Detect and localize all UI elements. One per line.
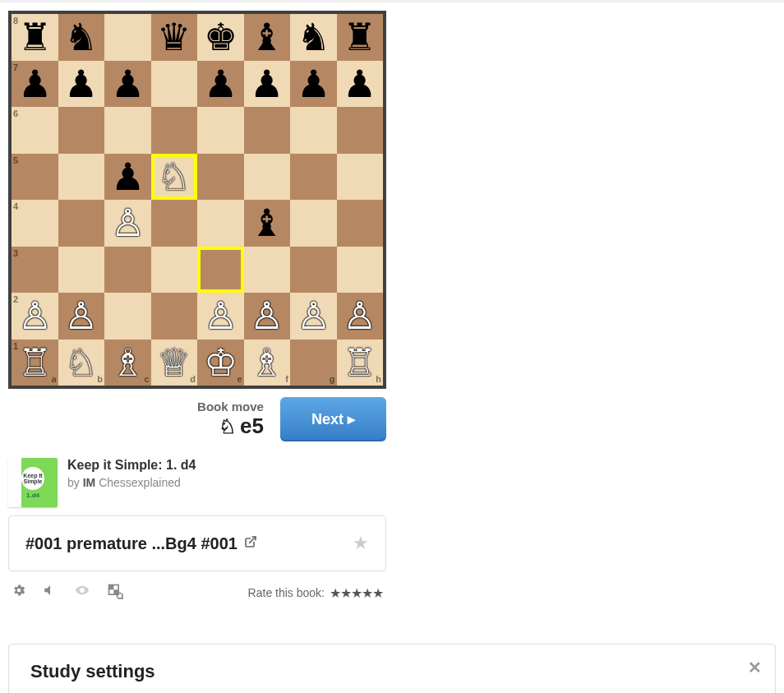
piece-wr: ♖ — [343, 344, 376, 381]
square-a3[interactable]: 3 — [12, 247, 58, 293]
square-e2[interactable]: ♙ — [197, 293, 244, 340]
piece-wb: ♗ — [250, 344, 284, 381]
square-h1[interactable]: h♖ — [337, 340, 384, 386]
square-b5[interactable] — [58, 154, 105, 201]
square-a1[interactable]: 1a♖ — [12, 340, 58, 386]
square-c2[interactable] — [104, 293, 151, 340]
square-c7[interactable]: ♟ — [104, 61, 151, 108]
square-d5[interactable]: ♘ — [151, 154, 198, 201]
svg-rect-2 — [109, 585, 114, 590]
piece-bb: ♝ — [250, 204, 284, 242]
square-d6[interactable] — [151, 107, 198, 154]
square-b4[interactable] — [58, 200, 105, 247]
piece-bk: ♚ — [204, 18, 238, 56]
external-link-icon[interactable] — [244, 535, 257, 552]
square-e5[interactable] — [197, 154, 244, 201]
square-g1[interactable]: g — [290, 340, 337, 386]
square-h6[interactable] — [337, 107, 384, 154]
square-d8[interactable]: ♛ — [151, 14, 198, 61]
square-e4[interactable] — [197, 200, 244, 247]
square-d4[interactable] — [151, 200, 198, 247]
square-g4[interactable] — [290, 200, 337, 247]
square-c4[interactable]: ♙ — [104, 200, 151, 247]
square-a7[interactable]: 7♟ — [12, 61, 58, 108]
square-c1[interactable]: c♗ — [104, 340, 151, 386]
square-f8[interactable]: ♝ — [244, 14, 291, 61]
square-c8[interactable] — [104, 14, 151, 61]
piece-wp: ♙ — [111, 204, 145, 242]
square-a8[interactable]: 8♜ — [12, 14, 58, 61]
square-b6[interactable] — [58, 107, 105, 154]
svg-point-4 — [118, 594, 123, 599]
piece-wn: ♘ — [64, 344, 98, 381]
close-icon[interactable]: ✕ — [748, 658, 762, 677]
book-cover[interactable]: Keep It Simple 1.d4 — [8, 458, 58, 507]
square-g5[interactable] — [290, 154, 337, 201]
square-g8[interactable]: ♞ — [290, 14, 337, 61]
piece-br: ♜ — [18, 18, 52, 56]
square-d1[interactable]: d♕ — [151, 340, 198, 386]
square-d2[interactable] — [151, 293, 198, 340]
piece-wn: ♘ — [157, 158, 191, 196]
square-h8[interactable]: ♜ — [337, 14, 384, 61]
square-f6[interactable] — [244, 107, 291, 154]
square-b8[interactable]: ♞ — [58, 14, 105, 61]
square-e3[interactable] — [197, 247, 244, 293]
square-e1[interactable]: e♔ — [197, 340, 244, 386]
square-f5[interactable] — [244, 154, 291, 201]
piece-bp: ♟ — [297, 65, 330, 103]
chevron-right-icon: ▸ — [348, 411, 355, 427]
svg-line-5 — [122, 598, 123, 599]
sound-icon[interactable] — [43, 583, 58, 603]
square-g2[interactable]: ♙ — [290, 293, 337, 340]
square-a2[interactable]: 2♙ — [12, 293, 58, 340]
square-h5[interactable] — [337, 154, 384, 201]
square-c6[interactable] — [104, 107, 151, 154]
square-h3[interactable] — [337, 247, 384, 293]
square-a4[interactable]: 4 — [12, 200, 58, 247]
chapter-title: #001 premature ...Bg4 #001 — [25, 534, 238, 553]
square-c5[interactable]: ♟ — [104, 154, 151, 201]
square-g3[interactable] — [290, 247, 337, 293]
move-san: e5 — [240, 413, 264, 439]
chess-board[interactable]: 8♜♞♛♚♝♞♜7♟♟♟♟♟♟♟65♟♘4♙♝32♙♙♙♙♙♙1a♖b♘c♗d♕… — [8, 11, 386, 389]
square-f3[interactable] — [244, 247, 291, 293]
book-title[interactable]: Keep it Simple: 1. d4 — [67, 458, 196, 473]
bookmark-star-icon[interactable]: ★ — [353, 533, 369, 554]
chapter-card: #001 premature ...Bg4 #001 ★ — [8, 515, 386, 571]
square-e8[interactable]: ♚ — [197, 14, 244, 61]
book-author[interactable]: by IM Chessexplained — [67, 476, 196, 489]
square-f2[interactable]: ♙ — [244, 293, 291, 340]
square-a5[interactable]: 5 — [12, 154, 58, 201]
square-b7[interactable]: ♟ — [58, 61, 105, 108]
analysis-board-icon[interactable] — [107, 583, 123, 603]
square-b2[interactable]: ♙ — [58, 293, 105, 340]
square-e7[interactable]: ♟ — [197, 61, 244, 108]
book-header: Keep It Simple 1.d4 Keep it Simple: 1. d… — [8, 458, 386, 507]
square-g6[interactable] — [290, 107, 337, 154]
gear-icon[interactable] — [12, 583, 26, 603]
square-h7[interactable]: ♟ — [337, 61, 384, 108]
square-h2[interactable]: ♙ — [337, 293, 384, 340]
square-d7[interactable] — [151, 61, 198, 108]
piece-bp: ♟ — [111, 158, 145, 196]
piece-wp: ♙ — [297, 297, 330, 335]
square-a6[interactable]: 6 — [12, 107, 58, 154]
square-b3[interactable] — [58, 247, 105, 293]
eye-icon[interactable] — [74, 583, 90, 603]
square-g7[interactable]: ♟ — [290, 61, 337, 108]
square-c3[interactable] — [104, 247, 151, 293]
settings-heading: Study settings — [30, 661, 754, 682]
square-e6[interactable] — [197, 107, 244, 154]
square-f4[interactable]: ♝ — [244, 200, 291, 247]
square-f7[interactable]: ♟ — [244, 61, 291, 108]
piece-wk: ♔ — [204, 344, 238, 381]
piece-bn: ♞ — [297, 18, 330, 56]
rating-stars[interactable]: ★★★★★ — [330, 585, 383, 601]
piece-br: ♜ — [343, 18, 376, 56]
square-f1[interactable]: f♗ — [244, 340, 291, 386]
square-d3[interactable] — [151, 247, 198, 293]
next-button[interactable]: Next ▸ — [280, 397, 386, 441]
square-b1[interactable]: b♘ — [58, 340, 105, 386]
square-h4[interactable] — [337, 200, 384, 247]
